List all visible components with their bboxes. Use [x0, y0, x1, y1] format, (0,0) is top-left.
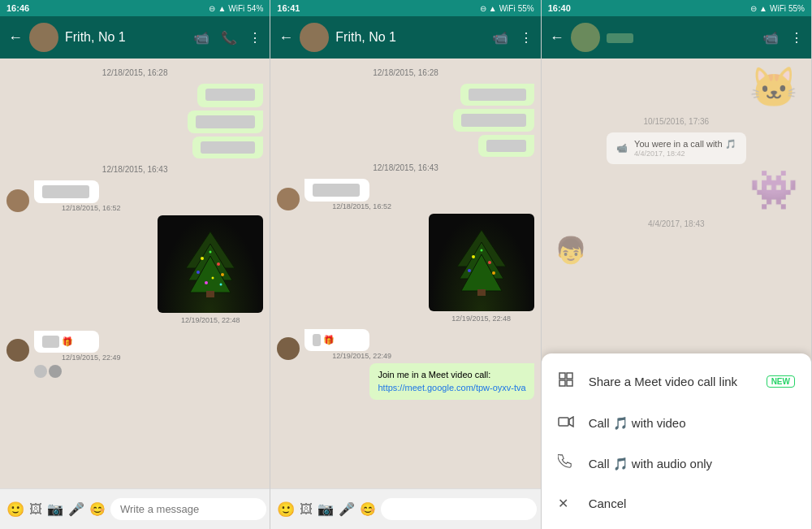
msg-sent-1 [197, 84, 263, 107]
call-audio-option[interactable]: Call 🎵 with audio only [542, 443, 811, 484]
sticker-2: 👾 [749, 167, 798, 213]
avatar-2 [6, 339, 29, 362]
svg-rect-24 [567, 380, 572, 386]
svg-point-19 [468, 269, 471, 272]
share-meet-option[interactable]: Share a Meet video call link NEW [542, 360, 811, 403]
avatar-p2-2 [277, 337, 300, 360]
mic-button-1[interactable]: 🎤 [68, 501, 84, 517]
svg-point-17 [488, 261, 491, 264]
emoji-button-1[interactable]: 🙂 [6, 501, 24, 518]
chat-header-1: ← Frith, No 1 📹 📞 ⋮ [0, 16, 270, 59]
wifi-icon: WiFi [228, 4, 244, 13]
panel-3: 16:40 ⊖ ▲ WiFi 55% ← 📹 ⋮ 🐱 10/15/2016, 1… [542, 0, 812, 529]
status-icons-3: ⊖ ▲ WiFi 55% [750, 4, 805, 13]
sticker-3: 👦 [555, 235, 587, 266]
time-2: 16:41 [277, 3, 300, 13]
status-bar-2: 16:41 ⊖ ▲ WiFi 55% [270, 0, 540, 16]
battery-2: 55% [518, 4, 534, 13]
image-msg-1: 12/19/2015, 22:48 [158, 215, 263, 327]
svg-rect-23 [559, 380, 565, 386]
sticker-button-1[interactable]: 😊 [89, 501, 106, 517]
timestamp-p2-1: 12/18/2015, 16:28 [277, 68, 533, 77]
emoji-button-2[interactable]: 🙂 [277, 501, 295, 518]
svg-point-5 [217, 262, 220, 266]
video-icon: 📹 [616, 143, 628, 154]
read-receipts [34, 365, 263, 378]
msg-p2-sent-1 [460, 84, 533, 106]
msg-sent-2 [188, 111, 263, 132]
svg-point-8 [221, 273, 224, 276]
battery-3: 55% [788, 4, 805, 13]
time-1: 16:46 [6, 3, 29, 13]
back-button-2[interactable]: ← [279, 29, 293, 46]
message-input-1[interactable] [110, 498, 266, 520]
svg-point-16 [472, 255, 475, 258]
chat-header-3: ← 📹 ⋮ [542, 16, 811, 59]
video-call-icon-2[interactable]: 📹 [492, 30, 508, 46]
more-options-icon-2[interactable]: ⋮ [520, 30, 533, 46]
signal-icon-3: ▲ [759, 4, 767, 13]
input-bar-1: 🙂 🖼 📷 🎤 😊 ▶ [0, 488, 270, 529]
status-bar-3: 16:40 ⊖ ▲ WiFi 55% [542, 0, 811, 16]
call-video-label: Call 🎵 with video [589, 416, 795, 431]
attachment-button-1[interactable]: 🖼 [29, 502, 42, 517]
header-icons-2: 📹 ⋮ [492, 30, 533, 46]
svg-rect-3 [206, 291, 214, 297]
call-info: 📹 You were in a call with 🎵 4/4/2017, 18… [607, 132, 746, 164]
svg-point-6 [209, 250, 212, 253]
svg-point-4 [201, 257, 204, 260]
call-audio-icon [558, 454, 576, 473]
msg-sent-3 [192, 137, 263, 158]
sticker-button-2[interactable]: 😊 [360, 501, 376, 517]
contact-name-3 [607, 30, 756, 45]
call-video-icon [558, 414, 576, 431]
dnd-icon: ⊖ [209, 4, 215, 13]
svg-point-18 [480, 249, 482, 251]
video-call-icon-1[interactable]: 📹 [193, 30, 209, 46]
battery-1: 54% [247, 4, 263, 13]
svg-rect-21 [559, 373, 565, 379]
msg-p2-received-2: 🎁 12/19/2015, 22:49 [277, 329, 533, 360]
timestamp-2: 12/18/2015, 16:43 [6, 165, 263, 174]
timestamp-p3-1: 10/15/2016, 17:36 [548, 117, 805, 126]
call-video-option[interactable]: Call 🎵 with video [542, 403, 811, 443]
message-input-2[interactable] [381, 498, 537, 520]
voice-call-icon-1[interactable]: 📞 [221, 30, 237, 46]
input-bar-2: 🙂 🖼 📷 🎤 😊 ▶ [270, 488, 540, 529]
contact-name-1: Frith, No 1 [65, 30, 187, 45]
video-call-icon-3[interactable]: 📹 [762, 30, 779, 46]
timestamp-p3-2: 4/4/2017, 18:43 [548, 219, 805, 228]
header-icons-1: 📹 📞 ⋮ [193, 30, 261, 46]
back-button-1[interactable]: ← [8, 29, 23, 46]
image-msg-2: 12/19/2015, 22:48 [429, 214, 534, 326]
status-icons-2: ⊖ ▲ WiFi 55% [480, 4, 534, 13]
wifi-icon-2: WiFi [499, 4, 516, 13]
time-3: 16:40 [548, 3, 571, 13]
back-button-3[interactable]: ← [550, 29, 564, 46]
contact-name-2: Frith, No 1 [335, 30, 485, 45]
chat-header-2: ← Frith, No 1 📹 ⋮ [270, 16, 540, 59]
status-icons-1: ⊖ ▲ WiFi 54% [209, 4, 263, 13]
messages-area-1: 12/18/2015, 16:28 12/18/2015, 16:43 [0, 59, 270, 488]
more-options-icon-3[interactable]: ⋮ [790, 30, 803, 46]
status-bar-1: 16:46 ⊖ ▲ WiFi 54% [0, 0, 270, 16]
share-meet-label: Share a Meet video call link [589, 375, 754, 388]
msg-p2-sent-3 [478, 135, 534, 157]
signal-icon-2: ▲ [489, 4, 497, 13]
more-options-icon-1[interactable]: ⋮ [248, 30, 261, 46]
attachment-button-2[interactable]: 🖼 [300, 502, 313, 517]
svg-point-9 [205, 281, 208, 284]
mic-button-2[interactable]: 🎤 [339, 501, 355, 517]
avatar-p2-1 [277, 188, 300, 210]
sticker-1: 🐱 [749, 65, 798, 111]
wifi-icon-3: WiFi [770, 4, 786, 13]
msg-p2-sent-2 [453, 109, 533, 131]
camera-button-2[interactable]: 📷 [317, 501, 334, 517]
contact-avatar-1 [29, 23, 58, 52]
avatar-1 [6, 189, 29, 212]
cancel-option[interactable]: ✕ Cancel [542, 484, 811, 522]
svg-point-7 [197, 271, 200, 274]
svg-rect-22 [567, 373, 572, 379]
camera-button-1[interactable]: 📷 [47, 501, 63, 517]
panel-2: 16:41 ⊖ ▲ WiFi 55% ← Frith, No 1 📹 ⋮ 12/… [270, 0, 541, 529]
